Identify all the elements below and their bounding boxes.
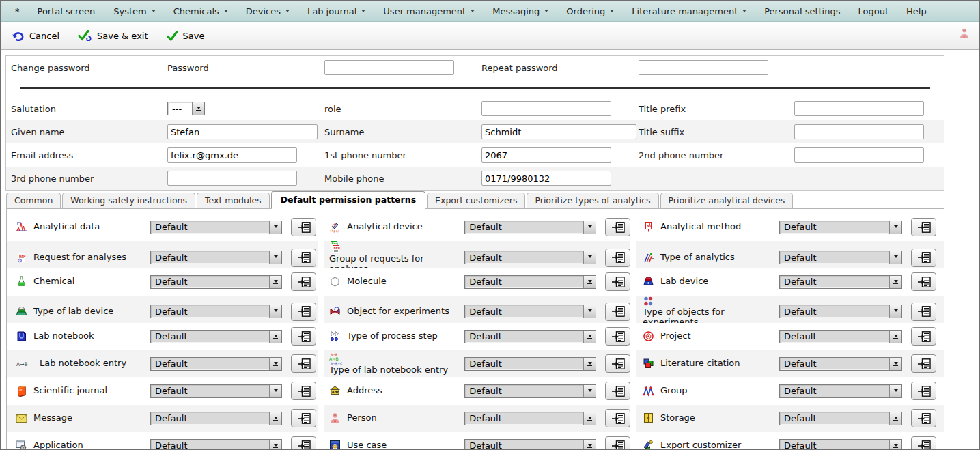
form-edit-icon	[611, 331, 625, 342]
tab-prioritize-analytical-devices[interactable]: Prioritize analytical devices	[660, 193, 794, 209]
mobile-phone-input[interactable]	[481, 171, 611, 186]
save-and-exit-button[interactable]: Save & exit	[78, 30, 148, 41]
scientific-journal-edit-button[interactable]	[291, 382, 316, 400]
project-pattern-select[interactable]: Default	[779, 330, 902, 343]
chemical-edit-button[interactable]	[291, 272, 316, 291]
menu-item-label: Portal screen	[38, 6, 96, 16]
chemical-pattern-select[interactable]: Default	[150, 275, 282, 289]
lab-notebook-edit-button[interactable]	[291, 327, 316, 346]
analytical-device-pattern-select[interactable]: Default	[464, 221, 596, 234]
repeat-password-input[interactable]	[639, 60, 768, 75]
group-pattern-select[interactable]: Default	[779, 384, 902, 398]
use-case-pattern-select[interactable]: Default	[464, 439, 596, 450]
menu-item-literature-management[interactable]: Literature management	[623, 1, 755, 21]
type-of-lab-device-edit-button[interactable]	[291, 303, 316, 321]
type-of-lab-device-pattern-select[interactable]: Default	[150, 305, 282, 318]
menu-item-personal-settings[interactable]: Personal settings	[755, 1, 849, 21]
person-edit-button[interactable]	[605, 409, 630, 427]
select-value: Default	[780, 358, 889, 370]
salutation-select[interactable]: ---	[167, 102, 205, 115]
type-of-process-step-pattern-select[interactable]: Default	[464, 330, 596, 343]
tab-text-modules[interactable]: Text modules	[197, 193, 270, 209]
tab-prioritize-types-of-analytics[interactable]: Prioritize types of analytics	[527, 193, 658, 209]
message-edit-button[interactable]	[291, 409, 316, 427]
analytical-data-pattern-select[interactable]: Default	[150, 221, 282, 234]
scientific-journal-pattern-select[interactable]: Default	[150, 384, 282, 398]
surname-input[interactable]	[481, 124, 636, 139]
tab-working-safety-instructions[interactable]: Working safety instructions	[62, 193, 195, 209]
menu-item-logout[interactable]: Logout	[849, 1, 897, 21]
group-edit-button[interactable]	[911, 382, 936, 400]
save-and-exit-label: Save & exit	[97, 31, 148, 41]
cancel-button[interactable]: Cancel	[12, 31, 59, 41]
molecule-edit-button[interactable]	[605, 272, 630, 291]
1st-phone-number-input[interactable]	[481, 147, 611, 163]
person-status-icon[interactable]	[959, 28, 970, 40]
menu-item-devices[interactable]: Devices	[237, 1, 298, 21]
application-edit-button[interactable]	[291, 436, 316, 450]
password-input[interactable]	[324, 60, 454, 75]
menu-item-chemicals[interactable]: Chemicals	[165, 1, 237, 21]
lab-notebook-pattern-select[interactable]: Default	[150, 330, 282, 343]
lab-notebook-entry-pattern-select[interactable]: Default	[150, 357, 282, 371]
type-of-analytics-pattern-select[interactable]: Default	[779, 251, 902, 264]
given-name-input[interactable]	[167, 124, 318, 139]
role-input[interactable]	[481, 101, 611, 116]
use-case-edit-button[interactable]	[605, 436, 630, 450]
type-of-process-step-edit-button[interactable]	[605, 327, 630, 346]
analytical-data-edit-button[interactable]	[291, 218, 316, 236]
menu-item-messaging[interactable]: Messaging	[484, 1, 557, 21]
type-of-lab-notebook-entry-edit-button[interactable]	[605, 354, 630, 373]
storage-edit-button[interactable]	[911, 409, 936, 427]
tab-default-permission-patterns[interactable]: Default permission patterns	[271, 191, 425, 209]
type-of-analytics-edit-button[interactable]	[911, 249, 936, 267]
application-pattern-select[interactable]: Default	[150, 439, 282, 450]
type-of-objects-for-experiments-pattern-select[interactable]: Default	[779, 305, 902, 318]
request-for-analyses-edit-button[interactable]	[291, 249, 316, 267]
object-for-experiments-pattern-select[interactable]: Default	[464, 305, 596, 318]
group-of-requests-for-analyses-edit-button[interactable]	[605, 249, 630, 267]
export-customizer-edit-button[interactable]	[911, 436, 936, 450]
storage-pattern-select[interactable]: Default	[779, 412, 902, 425]
menu-item-ordering[interactable]: Ordering	[557, 1, 623, 21]
lab-device-pattern-select[interactable]: Default	[779, 275, 902, 289]
object-for-experiments-edit-button[interactable]	[605, 303, 630, 321]
address-edit-button[interactable]	[605, 382, 630, 400]
menu-item-system[interactable]: System	[104, 1, 164, 21]
molecule-pattern-select[interactable]: Default	[464, 275, 596, 289]
literature-citation-pattern-select[interactable]: Default	[779, 357, 902, 371]
request-for-analyses-pattern-select[interactable]: Default	[150, 251, 282, 264]
menu-item-asterisk[interactable]: *	[6, 1, 29, 21]
3rd-phone-number-input[interactable]	[167, 171, 297, 186]
address-pattern-select[interactable]: Default	[464, 384, 596, 398]
menu-item-help[interactable]: Help	[897, 1, 936, 21]
title-prefix-input[interactable]	[794, 101, 924, 116]
analytical-method-edit-button[interactable]	[911, 218, 936, 236]
tab-export-customizers[interactable]: Export customizers	[427, 193, 525, 209]
lab-device-edit-button[interactable]	[911, 272, 936, 291]
project-edit-button[interactable]	[911, 327, 936, 346]
title-suffix-input[interactable]	[794, 124, 924, 139]
lab-notebook-entry-edit-button[interactable]	[291, 354, 316, 373]
message-pattern-select[interactable]: Default	[150, 412, 282, 425]
group-of-requests-for-analyses-pattern-select[interactable]: Default	[464, 251, 596, 264]
export-customizer-pattern-select[interactable]: Default	[779, 439, 902, 450]
2nd-phone-number-input[interactable]	[794, 147, 924, 163]
menu-item-user-management[interactable]: User management	[374, 1, 484, 21]
entity: Type of lab device	[16, 306, 150, 318]
tab-common[interactable]: Common	[6, 193, 61, 209]
menu-item-lab-journal[interactable]: Lab journal	[298, 1, 374, 21]
menu-item-label: Devices	[246, 6, 281, 16]
save-button[interactable]: Save	[167, 31, 205, 41]
type-of-objects-for-experiments-edit-button[interactable]	[911, 303, 936, 321]
type-of-lab-notebook-entry-pattern-select[interactable]: Default	[464, 357, 596, 371]
analytical-device-edit-button[interactable]	[605, 218, 630, 236]
person-pattern-select[interactable]: Default	[464, 412, 596, 425]
scientific-journal-icon: Lit	[16, 385, 27, 397]
literature-citation-edit-button[interactable]	[911, 354, 936, 373]
analytical-method-pattern-select[interactable]: Default	[779, 221, 902, 234]
mobile-phone-label: Mobile phone	[324, 173, 481, 184]
email-address-input[interactable]	[167, 147, 297, 163]
permission-use-case: Use caseDefault	[324, 432, 630, 450]
menu-item-portal-screen[interactable]: Portal screen	[29, 1, 105, 21]
